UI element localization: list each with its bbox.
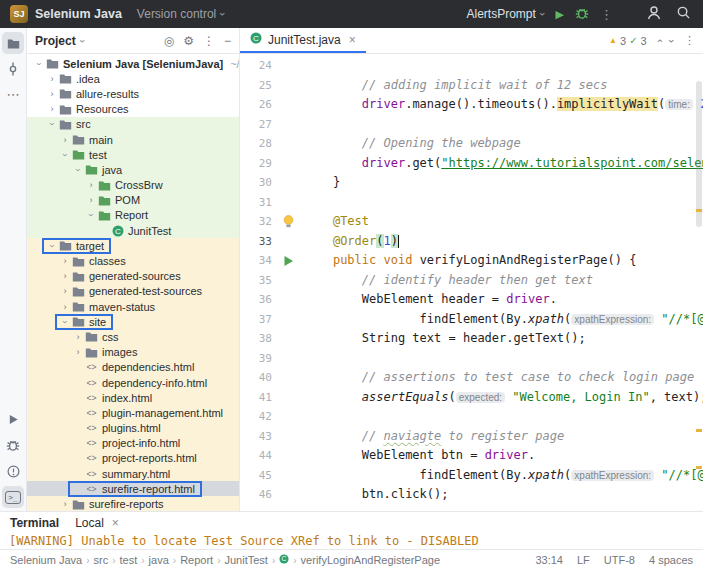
project-logo[interactable]: SJ [10,5,28,23]
terminal-title[interactable]: Terminal [10,516,59,530]
tree-item-plugins-html[interactable]: <>plugins.html [27,421,239,436]
tree-item-project-reports-html[interactable]: <>project-reports.html [27,451,239,466]
tree-item-images[interactable]: ›images [27,345,239,360]
next-problem-icon[interactable]: › [666,39,678,43]
settings-gear-icon[interactable]: ⚙ [183,34,194,48]
code-line-text[interactable]: // naviagte to register page [304,427,703,447]
code-line-text[interactable]: // Opening the webpage [304,134,703,154]
scrollbar-thumb[interactable] [696,81,702,228]
close-tab-icon[interactable]: × [112,516,119,530]
code-line-text[interactable]: btn.click(); [304,485,703,505]
line-number[interactable]: 30 [240,173,272,193]
tree-item-plugin-management-html[interactable]: <>plugin-management.html [27,405,239,420]
code-line-text[interactable]: } [304,173,703,193]
code-line-text[interactable]: WebElement btn = driver. [304,446,703,466]
tree-chevron-icon[interactable]: › [72,347,84,357]
vcs-widget[interactable]: Version control › [137,7,225,21]
line-number[interactable]: 32 [240,212,272,232]
line-number[interactable]: 28 [240,134,272,154]
line-number[interactable]: 43 [240,427,272,447]
tree-item-target[interactable]: ›target [27,238,239,253]
tree-chevron-icon[interactable]: › [47,240,57,252]
line-number[interactable]: 44 [240,446,272,466]
code-line-text[interactable]: assertEquals(expected: "Welcome, Login I… [304,388,703,408]
line-number[interactable]: 29 [240,154,272,174]
line-number[interactable]: 24 [240,56,272,76]
tree-chevron-icon[interactable]: › [86,209,96,221]
terminal-icon[interactable]: >_ [2,486,24,508]
tree-chevron-icon[interactable]: › [85,180,97,190]
tree-chevron-icon[interactable]: › [59,302,71,312]
debug-button[interactable] [575,6,589,23]
tree-item-site[interactable]: ›site [27,314,239,329]
debug-icon[interactable] [2,434,24,456]
chevron-down-icon[interactable]: › [77,39,89,43]
tree-chevron-icon[interactable]: › [72,332,84,342]
indent-setting[interactable]: 4 spaces [649,554,693,566]
code-line-text[interactable]: WebElement header = driver. [304,290,703,310]
tree-item-generated-sources[interactable]: ›generated-sources [27,269,239,284]
code-line-text[interactable]: // identify header then get text [304,271,703,291]
more-actions-kebab-icon[interactable]: ⋮ [600,7,613,22]
project-name[interactable]: Selenium Java [35,7,122,21]
line-number[interactable]: 39 [240,349,272,369]
intention-bulb-icon[interactable] [272,212,304,232]
tree-chevron-icon[interactable]: › [59,271,71,281]
tree-chevron-icon[interactable]: › [59,286,71,296]
breadcrumb-junittest[interactable]: JunitTest [225,554,268,566]
line-number[interactable]: 36 [240,290,272,310]
more-tools-icon[interactable]: ⋯ [2,84,24,106]
tree-chevron-icon[interactable]: › [59,499,71,509]
tree-chevron-icon[interactable]: › [60,316,70,328]
tree-item-selenium-java-seleniumjava[interactable]: ›Selenium Java [SeleniumJava]~/IdeaProje… [27,56,239,71]
project-icon[interactable] [2,32,24,54]
terminal-tab-local[interactable]: Local × [75,516,119,530]
tree-item-report[interactable]: ›Report [27,208,239,223]
inspections-summary[interactable]: ▲ 3 ✓ 3 [609,35,647,47]
line-number[interactable]: 31 [240,193,272,213]
line-number[interactable]: 26 [240,95,272,115]
problems-icon[interactable] [2,460,24,482]
code-line-text[interactable] [304,115,703,135]
tree-chevron-icon[interactable]: › [46,89,58,99]
tree-item-project-info-html[interactable]: <>project-info.html [27,436,239,451]
code-line-text[interactable] [304,349,703,369]
line-number[interactable]: 25 [240,76,272,96]
code-line-text[interactable]: // adding implicit wait of 12 secs [304,76,703,96]
code-line-text[interactable]: driver.get("https://www.tutorialspoint.c… [304,154,703,174]
tree-item-pom[interactable]: ›POM [27,193,239,208]
code-line-text[interactable]: public void verifyLoginAndRegisterPage()… [304,251,703,271]
tree-item-resources[interactable]: ›Resources [27,102,239,117]
prev-problem-icon[interactable]: › [652,39,664,43]
code-line-text[interactable]: findElement(By.xpath(xpathExpression: "/… [304,310,703,330]
scrollbar-warning-mark[interactable] [696,466,702,469]
tree-item-summary-html[interactable]: <>summary.html [27,466,239,481]
search-icon[interactable] [676,5,691,23]
line-number[interactable]: 37 [240,310,272,330]
terminal-output[interactable]: [WARNING] Unable to locate Test Source X… [0,533,703,550]
line-number[interactable]: 38 [240,329,272,349]
run-config-selector[interactable]: AlertsPrompt › [467,7,545,21]
line-number[interactable]: 41 [240,388,272,408]
scrollbar-warning-mark[interactable] [696,209,702,212]
tree-chevron-icon[interactable]: › [85,195,97,205]
code-line-text[interactable]: // assertions to test case to check logi… [304,368,703,388]
locate-file-icon[interactable]: ◎ [164,34,174,48]
tree-item-test[interactable]: ›test [27,147,239,162]
editor-menu-kebab-icon[interactable]: ⋮ [684,34,695,47]
breadcrumb-src[interactable]: src [94,554,109,566]
tree-item-css[interactable]: ›css [27,329,239,344]
breadcrumb-verifyloginandregisterpage[interactable]: verifyLoginAndRegisterPage [301,554,440,566]
line-separator[interactable]: LF [577,554,590,566]
close-tab-icon[interactable]: × [349,33,356,47]
tree-item-dependency-info-html[interactable]: <>dependency-info.html [27,375,239,390]
run-test-icon[interactable] [272,251,304,271]
tree-item-main[interactable]: ›main [27,132,239,147]
code-line-text[interactable] [304,56,703,76]
tree-item-allure-results[interactable]: ›allure-results [27,86,239,101]
line-number[interactable]: 27 [240,115,272,135]
tree-item-dependencies-html[interactable]: <>dependencies.html [27,360,239,375]
line-number[interactable]: 45 [240,466,272,486]
tree-item-src[interactable]: ›src [27,117,239,132]
tree-chevron-icon[interactable]: › [60,149,70,161]
